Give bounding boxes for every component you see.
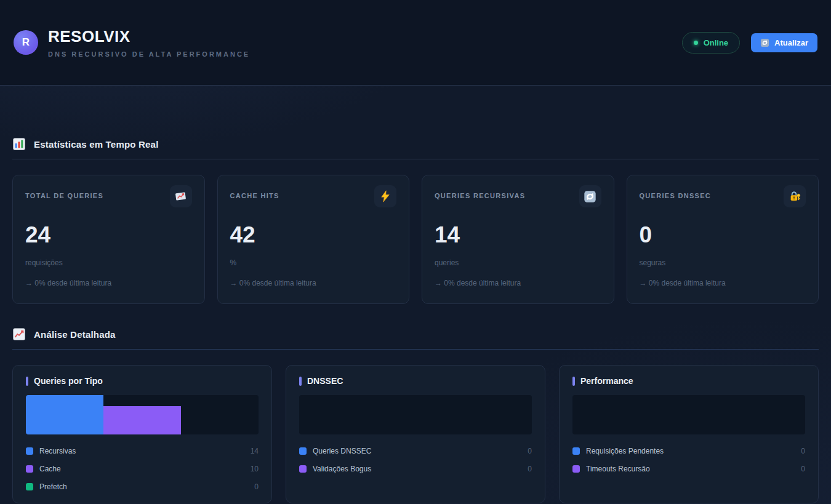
- title-accent-bar: [26, 377, 28, 386]
- legend: Queries DNSSEC 0 Validações Bogus 0: [299, 442, 532, 478]
- refresh-icon: [760, 38, 769, 47]
- stat-grid: TOTAL DE QUERIES 24 requisições → 0% d: [12, 175, 819, 304]
- stat-card-value: 0: [640, 222, 806, 248]
- panel-title: Performance: [580, 376, 633, 386]
- chart-line-icon: [12, 327, 26, 341]
- stat-card-value: 42: [230, 222, 397, 248]
- legend-swatch: [26, 483, 33, 490]
- stats-section-header: Estatísticas em Tempo Real: [12, 137, 819, 159]
- stat-card-delta: → 0% desde última leitura: [640, 279, 806, 287]
- lightning-icon: [374, 185, 396, 207]
- stat-card-queries-recursivas: QUERIES RECURSIVAS 14 queries → 0% desde…: [422, 175, 614, 304]
- section-title: Análise Detalhada: [34, 329, 116, 340]
- app-subtitle: DNS RECURSIVO DE ALTA PERFORMANCE: [48, 50, 250, 58]
- legend-label: Prefetch: [39, 482, 67, 491]
- queries-por-tipo-bar-chart: [26, 395, 259, 434]
- legend-value: 0: [528, 465, 532, 473]
- stat-card-value: 24: [25, 222, 192, 248]
- online-dot-icon: [694, 41, 698, 45]
- legend-item-requisicoes-pendentes: Requisições Pendentes 0: [572, 442, 805, 460]
- legend-label: Timeouts Recursão: [586, 465, 650, 473]
- legend-swatch: [299, 465, 307, 473]
- legend-value: 0: [801, 465, 805, 473]
- bar-cache: [103, 406, 181, 434]
- legend: Requisições Pendentes 0 Timeouts Recursã…: [572, 442, 805, 478]
- legend-value: 0: [801, 447, 805, 455]
- section-title: Estatísticas em Tempo Real: [34, 139, 159, 150]
- stat-card-label: QUERIES DNSSEC: [640, 192, 712, 199]
- app-logo: R: [14, 30, 38, 55]
- legend-item-timeouts-recursao: Timeouts Recursão 0: [572, 460, 805, 478]
- dnssec-card: DNSSEC Queries DNSSEC 0 Validações Bogus…: [286, 365, 545, 503]
- logo-letter: R: [22, 36, 30, 49]
- legend-item-validacoes-bogus: Validações Bogus 0: [299, 460, 532, 478]
- brand-text: RESOLVIX DNS RECURSIVO DE ALTA PERFORMAN…: [48, 27, 250, 58]
- legend-value: 10: [251, 465, 259, 473]
- legend-item-cache: Cache 10: [26, 460, 259, 478]
- stat-card-cache-hits: CACHE HITS 42 % → 0% desde última leitur…: [217, 175, 410, 304]
- legend-value: 0: [528, 447, 532, 455]
- stat-card-unit: %: [230, 258, 397, 267]
- status-badge: Online: [682, 32, 740, 54]
- legend-value: 14: [251, 447, 259, 455]
- legend-value: 0: [254, 482, 259, 491]
- legend-item-prefetch: Prefetch 0: [26, 478, 259, 495]
- legend-swatch: [26, 447, 33, 455]
- queries-por-tipo-card: Queries por Tipo Recursivas 14 Cache: [12, 365, 272, 503]
- legend: Recursivas 14 Cache 10 Prefetch 0: [26, 442, 259, 495]
- stat-card-delta: → 0% desde última leitura: [435, 279, 601, 287]
- legend-label: Requisições Pendentes: [586, 447, 664, 455]
- lock-key-icon: [784, 185, 806, 207]
- stat-card-unit: seguras: [640, 258, 806, 267]
- refresh-button-label: Atualizar: [774, 38, 808, 47]
- analysis-grid: Queries por Tipo Recursivas 14 Cache: [12, 365, 819, 503]
- brand: R RESOLVIX DNS RECURSIVO DE ALTA PERFORM…: [14, 27, 250, 58]
- stat-card-delta: → 0% desde última leitura: [230, 279, 397, 287]
- chart-increasing-icon: [170, 185, 192, 207]
- analysis-section-header: Análise Detalhada: [12, 327, 819, 350]
- legend-label: Validações Bogus: [313, 465, 371, 473]
- analysis-section: Análise Detalhada Queries por Tipo Recur…: [12, 327, 819, 503]
- title-accent-bar: [299, 377, 302, 386]
- stat-card-total-queries: TOTAL DE QUERIES 24 requisições → 0% d: [12, 175, 205, 304]
- stat-card-label: TOTAL DE QUERIES: [25, 192, 103, 199]
- performance-card: Performance Requisições Pendentes 0 Time…: [559, 365, 819, 503]
- bar-chart-icon: [12, 137, 26, 151]
- legend-swatch: [26, 465, 33, 473]
- legend-item-queries-dnssec: Queries DNSSEC 0: [299, 442, 532, 460]
- stat-card-label: QUERIES RECURSIVAS: [435, 192, 525, 199]
- dashboard-main: Estatísticas em Tempo Real TOTAL DE QUER…: [0, 137, 831, 503]
- legend-swatch: [572, 465, 580, 473]
- legend-label: Cache: [39, 465, 61, 473]
- refresh-button[interactable]: Atualizar: [751, 33, 817, 52]
- stat-card-queries-dnssec: QUERIES DNSSEC 0 segur: [627, 175, 819, 304]
- title-accent-bar: [572, 377, 575, 386]
- legend-swatch: [299, 447, 307, 455]
- legend-item-recursivas: Recursivas 14: [26, 442, 259, 460]
- performance-chart: [572, 395, 805, 434]
- bar-recursivas: [26, 395, 103, 434]
- stat-card-unit: queries: [435, 258, 601, 267]
- legend-swatch: [572, 447, 580, 455]
- app-header: R RESOLVIX DNS RECURSIVO DE ALTA PERFORM…: [0, 0, 831, 86]
- legend-label: Queries DNSSEC: [313, 447, 371, 455]
- panel-title: DNSSEC: [307, 376, 343, 386]
- recursive-arrows-icon: [579, 185, 601, 207]
- dnssec-chart: [299, 395, 532, 434]
- stat-card-unit: requisições: [25, 258, 192, 267]
- stat-card-delta: → 0% desde última leitura: [25, 279, 192, 287]
- panel-title: Queries por Tipo: [34, 376, 103, 386]
- stats-section: Estatísticas em Tempo Real TOTAL DE QUER…: [12, 137, 819, 304]
- stat-card-label: CACHE HITS: [230, 192, 279, 199]
- header-actions: Online Atualizar: [682, 32, 817, 54]
- stat-card-value: 14: [435, 222, 601, 248]
- status-label: Online: [704, 38, 728, 47]
- app-title: RESOLVIX: [48, 27, 250, 46]
- legend-label: Recursivas: [39, 447, 76, 455]
